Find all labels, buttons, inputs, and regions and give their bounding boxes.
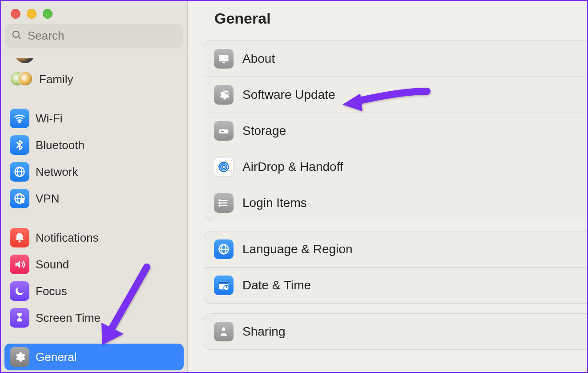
svg-point-0 [13, 31, 19, 37]
sidebar-item-bluetooth[interactable]: Bluetooth [4, 132, 184, 158]
svg-point-10 [21, 200, 23, 202]
moon-icon [10, 281, 29, 301]
row-label: Storage [242, 124, 286, 138]
vpn-icon [10, 189, 29, 208]
svg-point-2 [19, 122, 20, 123]
svg-rect-13 [222, 62, 226, 63]
bluetooth-icon [10, 135, 29, 155]
svg-point-25 [219, 205, 220, 206]
svg-line-1 [18, 36, 20, 39]
window-controls [1, 1, 187, 24]
svg-point-17 [222, 166, 226, 169]
sidebar-item-label: Screen Time [36, 311, 101, 325]
svg-point-24 [219, 203, 220, 203]
sidebar-item-sound[interactable]: Sound [4, 251, 184, 278]
gear-badge-icon [214, 85, 234, 105]
settings-group-3: Sharing [204, 313, 587, 350]
sidebar-item-label: Sound [36, 258, 69, 272]
settings-group-1: About Software Update Storage AirDrop & … [204, 41, 587, 221]
avatar [15, 58, 35, 63]
bell-icon [10, 228, 29, 247]
row-language-region[interactable]: Language & Region [204, 231, 587, 267]
svg-rect-12 [219, 55, 229, 61]
page-header: General [188, 1, 587, 41]
sidebar-item-label: VPN [36, 192, 59, 206]
sidebar-item-label: Focus [36, 284, 67, 298]
sidebar-item-wifi[interactable]: Wi-Fi [4, 105, 184, 132]
sidebar-item-label: General [36, 350, 77, 364]
fullscreen-window-button[interactable] [43, 9, 52, 19]
sidebar-item-network[interactable]: Network [4, 158, 184, 185]
content-area: General About Software Update Storage [188, 1, 587, 372]
svg-point-11 [19, 240, 21, 243]
row-label: Software Update [242, 88, 335, 102]
row-software-update[interactable]: Software Update [204, 77, 587, 113]
sidebar-item-vpn[interactable]: VPN [4, 185, 184, 212]
airdrop-icon [214, 157, 234, 177]
row-airdrop-handoff[interactable]: AirDrop & Handoff [204, 149, 587, 185]
sidebar-item-family[interactable]: Family [4, 66, 184, 93]
page-title: General [214, 10, 569, 27]
row-storage[interactable]: Storage [204, 113, 587, 149]
row-label: AirDrop & Handoff [242, 160, 343, 174]
row-sharing[interactable]: Sharing [204, 314, 587, 349]
search-icon [12, 30, 22, 42]
svg-point-14 [225, 89, 229, 93]
calendar-clock-icon [214, 276, 234, 295]
sidebar-item-notifications[interactable]: Notifications [4, 224, 184, 251]
divider [1, 56, 187, 56]
minimize-window-button[interactable] [27, 9, 36, 19]
close-window-button[interactable] [11, 9, 20, 19]
row-login-items[interactable]: Login Items [204, 185, 587, 221]
globe-icon [214, 239, 234, 259]
row-date-time[interactable]: Date & Time [204, 267, 587, 303]
sidebar-item-label: Family [39, 73, 73, 86]
row-label: About [242, 52, 275, 66]
row-about[interactable]: About [204, 41, 587, 77]
row-label: Login Items [242, 196, 307, 210]
hourglass-icon [10, 308, 29, 328]
svg-point-18 [221, 164, 227, 170]
speaker-icon [10, 255, 29, 274]
wifi-icon [10, 109, 29, 128]
family-avatar-icon [10, 69, 33, 89]
sharing-icon [214, 322, 234, 341]
sidebar-item-label: Wi-Fi [36, 112, 63, 126]
row-label: Sharing [242, 324, 286, 339]
sidebar-item-label: Bluetooth [36, 138, 85, 152]
row-label: Date & Time [242, 278, 311, 292]
globe-icon [10, 162, 29, 182]
list-icon [214, 193, 234, 213]
row-label: Language & Region [242, 242, 353, 256]
display-icon [214, 49, 234, 69]
sidebar-item-focus[interactable]: Focus [4, 278, 184, 304]
svg-point-23 [219, 200, 220, 201]
sidebar-item-screen-time[interactable]: Screen Time [4, 304, 184, 331]
sidebar-item-general[interactable]: General [4, 344, 184, 370]
settings-group-2: Language & Region Date & Time [204, 231, 587, 304]
sidebar-list: Family Wi-Fi Bluetooth Network [1, 58, 187, 372]
svg-rect-30 [219, 282, 229, 284]
sidebar-item-label: Notifications [36, 231, 99, 245]
gear-icon [10, 347, 29, 367]
sidebar: Family Wi-Fi Bluetooth Network [1, 1, 188, 372]
sidebar-item-label: Network [36, 165, 78, 179]
disk-icon [214, 121, 234, 141]
search-field[interactable] [5, 24, 183, 48]
search-input[interactable] [27, 28, 177, 43]
